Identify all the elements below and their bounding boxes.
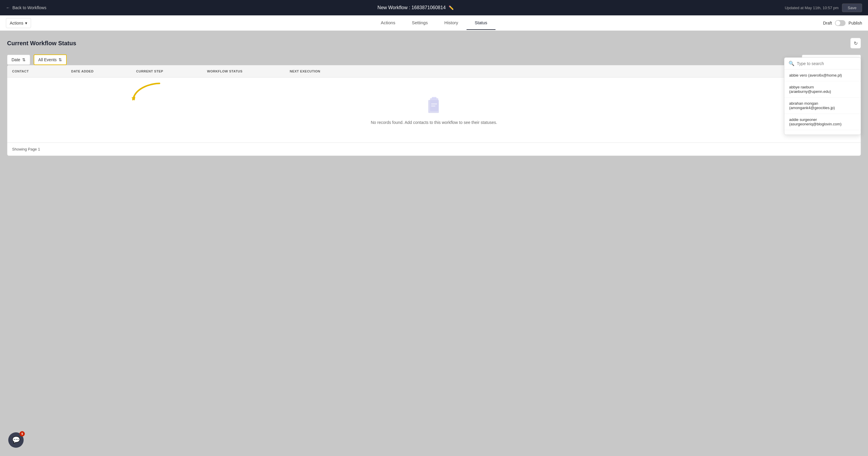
- col-workflow-status: WORKFLOW STATUS: [202, 65, 285, 77]
- top-bar-right: Updated at May 11th, 10:57 pm Save: [785, 4, 862, 12]
- date-filter-label: Date: [11, 57, 20, 62]
- svg-rect-4: [431, 104, 437, 105]
- workflow-status-table: CONTACT DATE ADDED CURRENT STEP WORKFLOW…: [7, 65, 861, 156]
- updated-at-label: Updated at May 11th, 10:57 pm: [785, 6, 838, 10]
- table-header: CONTACT DATE ADDED CURRENT STEP WORKFLOW…: [7, 65, 861, 78]
- col-date-added: DATE ADDED: [66, 65, 131, 77]
- svg-rect-2: [430, 98, 438, 111]
- date-filter-select[interactable]: Date ⇅: [7, 55, 30, 65]
- svg-rect-3: [432, 97, 436, 99]
- main-content: Current Workflow Status ↻ Date ⇅ All Eve…: [0, 31, 868, 163]
- save-button[interactable]: Save: [842, 4, 862, 12]
- back-arrow-icon: ←: [6, 5, 10, 10]
- tab-settings[interactable]: Settings: [403, 16, 436, 30]
- col-contact: CONTACT: [7, 65, 66, 77]
- date-filter-chevron: ⇅: [22, 57, 26, 62]
- refresh-button[interactable]: ↻: [850, 38, 861, 49]
- empty-clipboard-icon: [425, 95, 443, 114]
- workflow-title: New Workflow : 1683871060814 ✏️: [377, 5, 454, 10]
- workflow-title-text: New Workflow : 1683871060814: [377, 5, 446, 10]
- nav-right: Draft Publish: [823, 20, 862, 26]
- publish-label: Publish: [848, 21, 862, 25]
- contact-dropdown-overlay: 🔍 abbie vero (avero6x@home.pl) abbye rae…: [784, 57, 861, 135]
- table-empty-state: No records found. Add contacts to this w…: [7, 78, 861, 143]
- actions-dropdown-button[interactable]: Actions ▾: [6, 18, 31, 28]
- edit-title-icon[interactable]: ✏️: [448, 5, 454, 10]
- chat-widget[interactable]: 💬 9: [8, 432, 24, 448]
- events-filter-select[interactable]: All Events ⇅: [34, 54, 67, 65]
- contact-dropdown-list: abbie vero (avero6x@home.pl) abbye raebu…: [784, 69, 861, 135]
- chat-icon: 💬: [12, 436, 20, 444]
- tab-actions[interactable]: Actions: [372, 16, 403, 30]
- contact-item-1[interactable]: abbye raeburn (araeburny@upenn.edu): [784, 81, 861, 97]
- back-to-workflows-button[interactable]: ← Back to Workflows: [6, 5, 46, 10]
- dropdown-search-container: 🔍: [784, 58, 861, 69]
- svg-rect-5: [431, 106, 435, 107]
- draft-publish-toggle[interactable]: [835, 20, 845, 26]
- search-icon: 🔍: [788, 61, 795, 66]
- chat-badge: 9: [20, 431, 25, 436]
- contact-search-input[interactable]: [797, 61, 857, 66]
- nav-tabs: Actions Settings History Status: [372, 16, 496, 30]
- col-next-execution: NEXT EXECUTION: [285, 65, 344, 77]
- table-footer: Showing Page 1: [7, 143, 861, 155]
- filter-bar: Date ⇅ All Events ⇅ Select a contact ⇅: [7, 54, 861, 65]
- empty-message: No records found. Add contacts to this w…: [13, 120, 855, 125]
- contact-item-0[interactable]: abbie vero (avero6x@home.pl): [784, 69, 861, 81]
- top-bar: ← Back to Workflows New Workflow : 16838…: [0, 0, 868, 16]
- contact-item-2[interactable]: abrahan mongan (amongank4@geocities.jp): [784, 97, 861, 114]
- page-label: Showing Page 1: [12, 147, 40, 151]
- draft-label: Draft: [823, 21, 832, 25]
- contact-item-3[interactable]: addie surgeoner (asurgeoneriq@bloglovin.…: [784, 114, 861, 130]
- chevron-down-icon: ▾: [25, 21, 27, 25]
- section-title: Current Workflow Status: [7, 40, 76, 47]
- contact-item-4[interactable]: ade geall (ageall6w@hc360.com): [784, 130, 861, 135]
- section-header: Current Workflow Status ↻: [7, 38, 861, 49]
- events-filter-chevron: ⇅: [59, 57, 62, 62]
- secondary-nav: Actions ▾ Actions Settings History Statu…: [0, 16, 868, 31]
- events-filter-label: All Events: [38, 57, 57, 62]
- back-label: Back to Workflows: [12, 5, 46, 10]
- col-current-step: CURRENT STEP: [131, 65, 202, 77]
- tab-status[interactable]: Status: [466, 16, 496, 30]
- tab-history[interactable]: History: [436, 16, 467, 30]
- actions-dropdown-label: Actions: [10, 21, 23, 25]
